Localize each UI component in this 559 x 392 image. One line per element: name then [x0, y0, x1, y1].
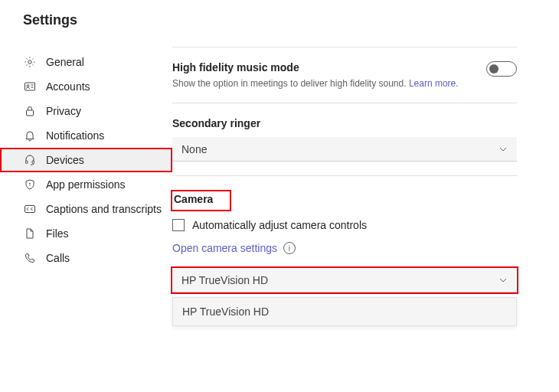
sidebar-item-calls[interactable]: Calls	[0, 246, 172, 270]
sidebar-item-files[interactable]: Files	[0, 221, 172, 246]
file-icon	[23, 227, 37, 240]
sidebar-item-label: Devices	[46, 154, 84, 166]
secondary-ringer-select[interactable]: None	[172, 137, 517, 162]
lock-icon	[23, 104, 37, 118]
auto-adjust-row: Automatically adjust camera controls	[172, 219, 517, 231]
camera-option[interactable]: HP TrueVision HD	[173, 298, 516, 325]
svg-point-6	[30, 184, 31, 185]
svg-rect-5	[32, 161, 34, 164]
chevron-down-icon	[499, 276, 508, 285]
shield-icon	[23, 178, 37, 191]
sidebar-item-label: Notifications	[46, 129, 104, 142]
open-camera-settings-link[interactable]: Open camera settings	[172, 242, 277, 254]
sidebar-item-label: Privacy	[46, 105, 81, 117]
sidebar-item-label: Calls	[46, 252, 70, 264]
svg-rect-1	[25, 83, 35, 90]
bell-icon	[23, 129, 37, 142]
svg-rect-3	[27, 110, 34, 116]
select-value: None	[181, 143, 207, 155]
sidebar-item-label: General	[46, 56, 84, 68]
auto-adjust-label: Automatically adjust camera controls	[192, 219, 367, 231]
svg-point-2	[27, 85, 29, 87]
select-value: HP TrueVision HD	[181, 274, 268, 286]
sidebar-item-notifications[interactable]: Notifications	[0, 123, 172, 148]
sidebar-item-devices[interactable]: Devices	[0, 148, 172, 172]
hf-music-toggle[interactable]	[486, 61, 517, 77]
hf-music-title: High fidelity music mode	[172, 61, 459, 74]
phone-icon	[23, 251, 37, 265]
hf-music-desc: Show the option in meetings to deliver h…	[172, 78, 459, 89]
camera-dropdown-panel: HP TrueVision HD	[172, 297, 517, 326]
gear-icon	[23, 55, 37, 69]
learn-more-link[interactable]: Learn more.	[409, 78, 459, 89]
camera-section: Camera Automatically adjust camera contr…	[172, 176, 517, 331]
sidebar-item-label: Accounts	[46, 80, 90, 93]
cc-icon	[23, 202, 37, 216]
sidebar-item-label: Files	[46, 227, 69, 240]
auto-adjust-checkbox[interactable]	[172, 219, 185, 231]
secondary-ringer-title: Secondary ringer	[172, 117, 517, 129]
hf-music-section: High fidelity music mode Show the option…	[172, 47, 517, 103]
camera-select[interactable]: HP TrueVision HD	[172, 268, 517, 292]
sidebar-item-captions[interactable]: Captions and transcripts	[0, 197, 172, 221]
sidebar-item-label: Captions and transcripts	[46, 203, 162, 215]
svg-point-0	[28, 60, 31, 64]
sidebar-item-accounts[interactable]: Accounts	[0, 74, 172, 99]
camera-title-highlight: Camera	[171, 190, 231, 211]
secondary-ringer-section: Secondary ringer None	[172, 103, 517, 175]
camera-title: Camera	[174, 193, 213, 205]
settings-main: High fidelity music mode Show the option…	[172, 41, 559, 331]
settings-sidebar: General Accounts Privacy Notifications D	[0, 41, 172, 331]
svg-rect-7	[25, 206, 35, 213]
sidebar-item-general[interactable]: General	[0, 50, 172, 74]
headset-icon	[23, 153, 37, 167]
chevron-down-icon	[499, 145, 508, 154]
id-card-icon	[23, 80, 37, 93]
svg-rect-4	[26, 161, 28, 164]
sidebar-item-label: App permissions	[46, 178, 126, 191]
page-title: Settings	[0, 0, 559, 41]
sidebar-item-privacy[interactable]: Privacy	[0, 99, 172, 123]
info-icon[interactable]: i	[283, 242, 296, 254]
sidebar-item-app-permissions[interactable]: App permissions	[0, 172, 172, 197]
